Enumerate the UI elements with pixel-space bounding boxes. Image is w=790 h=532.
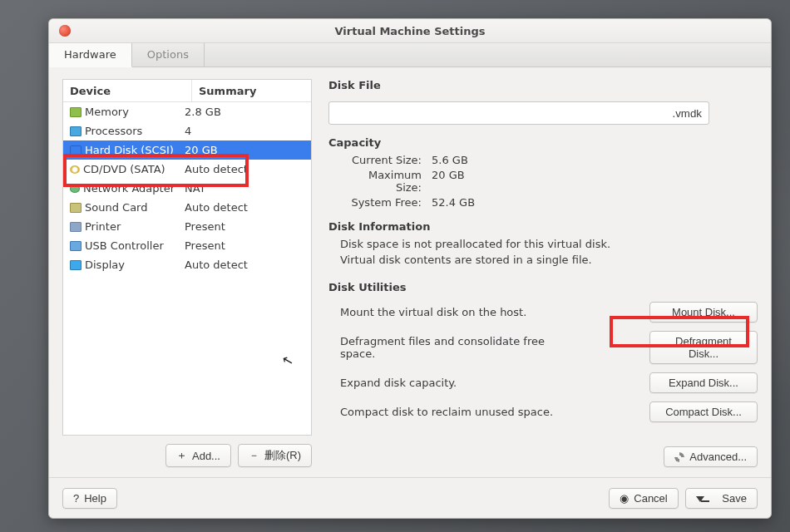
dialog-footer: ?Help ◉Cancel Save — [49, 477, 771, 518]
left-pane: Device Summary Memory2.8 GBProcessors4Ha… — [62, 79, 312, 467]
disk-info-label: Disk Information — [328, 220, 758, 233]
mount-desc: Mount the virtual disk on the host. — [340, 306, 526, 318]
col-header-device: Device — [63, 80, 192, 101]
add-device-label: Add... — [192, 450, 220, 462]
device-list-buttons: ＋Add... －删除(R) — [62, 444, 312, 467]
device-summary: Auto detect — [178, 163, 311, 175]
device-icon — [70, 241, 81, 251]
help-label: Help — [84, 492, 106, 505]
device-icon — [70, 260, 81, 270]
max-size-val: 20 GB — [432, 169, 523, 194]
device-summary: NAT — [178, 182, 311, 195]
disk-file-input[interactable] — [328, 101, 709, 125]
compact-disk-button[interactable]: Compact Disk... — [649, 401, 758, 422]
window-title: Virtual Machine Settings — [49, 25, 771, 37]
device-icon — [70, 165, 80, 174]
tab-options[interactable]: Options — [132, 43, 205, 66]
expand-disk-button[interactable]: Expand Disk... — [649, 372, 758, 393]
device-row-hard-disk-scsi-[interactable]: Hard Disk (SCSI)20 GB — [63, 140, 311, 160]
help-button[interactable]: ?Help — [62, 488, 117, 509]
device-row-processors[interactable]: Processors4 — [63, 121, 311, 140]
device-summary: 20 GB — [178, 144, 311, 156]
device-name: USB Controller — [85, 239, 164, 252]
device-name: CD/DVD (SATA) — [83, 163, 165, 175]
device-summary: 4 — [178, 125, 311, 137]
disk-utilities: Mount the virtual disk on the host. Moun… — [328, 302, 758, 431]
device-row-memory[interactable]: Memory2.8 GB — [63, 102, 311, 121]
help-icon: ? — [73, 492, 79, 505]
disk-info-lines: Disk space is not preallocated for this … — [340, 238, 758, 269]
device-icon — [70, 145, 81, 155]
device-summary: Auto detect — [178, 201, 311, 214]
device-name: Network Adapter — [83, 182, 175, 195]
device-row-network-adapter[interactable]: Network AdapterNAT — [63, 179, 311, 198]
disk-info-line2: Virtual disk contents are stored in a si… — [340, 254, 758, 266]
device-name: Memory — [85, 106, 129, 118]
add-device-button[interactable]: ＋Add... — [165, 444, 231, 467]
defragment-disk-button[interactable]: Defragment Disk... — [649, 331, 758, 364]
settings-dialog: Virtual Machine Settings Hardware Option… — [48, 18, 772, 519]
cancel-button[interactable]: ◉Cancel — [609, 488, 678, 509]
right-pane: Disk File Capacity Current Size: 5.6 GB … — [328, 79, 758, 467]
device-row-sound-card[interactable]: Sound CardAuto detect — [63, 198, 311, 217]
gear-icon — [674, 452, 684, 462]
disk-info-line1: Disk space is not preallocated for this … — [340, 238, 758, 250]
device-summary: Present — [178, 239, 311, 252]
remove-device-label: 删除(R) — [264, 448, 301, 463]
remove-device-button[interactable]: －删除(R) — [238, 444, 312, 467]
titlebar: Virtual Machine Settings — [49, 19, 771, 43]
current-size-key: Current Size: — [340, 154, 432, 166]
device-name: Printer — [85, 220, 121, 233]
device-icon — [70, 126, 81, 136]
device-list-headers: Device Summary — [63, 80, 311, 102]
defrag-desc: Defragment files and consolidate free sp… — [340, 335, 565, 360]
device-row-display[interactable]: DisplayAuto detect — [63, 255, 311, 274]
disk-file-label: Disk File — [328, 79, 758, 91]
device-summary: Present — [178, 220, 311, 233]
mount-disk-button[interactable]: Mount Disk... — [649, 302, 758, 323]
device-name: Display — [85, 259, 125, 271]
device-name: Sound Card — [85, 201, 147, 214]
device-row-printer[interactable]: PrinterPresent — [63, 217, 311, 236]
device-row-cd-dvd-sata-[interactable]: CD/DVD (SATA)Auto detect — [63, 160, 311, 179]
advanced-label: Advanced... — [689, 451, 747, 463]
save-label: Save — [722, 492, 747, 505]
tab-hardware[interactable]: Hardware — [49, 43, 132, 67]
capacity-label: Capacity — [328, 136, 758, 149]
disk-utilities-label: Disk Utilities — [328, 281, 758, 293]
cancel-label: Cancel — [634, 492, 667, 505]
plus-icon: ＋ — [176, 448, 187, 463]
device-name: Hard Disk (SCSI) — [85, 144, 174, 156]
system-free-val: 52.4 GB — [432, 196, 523, 209]
device-summary: Auto detect — [178, 259, 311, 271]
save-button[interactable]: Save — [685, 488, 758, 509]
device-row-usb-controller[interactable]: USB ControllerPresent — [63, 236, 311, 255]
device-icon — [70, 222, 81, 232]
device-summary: 2.8 GB — [178, 106, 311, 118]
compact-desc: Compact disk to reclaim unused space. — [340, 406, 553, 418]
device-icon — [70, 185, 80, 193]
device-name: Processors — [85, 125, 142, 137]
device-icon — [70, 107, 81, 117]
dialog-body: Device Summary Memory2.8 GBProcessors4Ha… — [49, 67, 771, 477]
mouse-cursor-icon: ↖ — [280, 352, 295, 370]
cancel-icon: ◉ — [620, 492, 629, 505]
col-header-summary: Summary — [192, 80, 311, 101]
expand-desc: Expand disk capacity. — [340, 377, 457, 389]
minus-icon: － — [249, 448, 259, 463]
max-size-key: Maximum Size: — [340, 169, 432, 194]
advanced-button[interactable]: Advanced... — [664, 446, 758, 467]
device-icon — [70, 203, 81, 213]
current-size-val: 5.6 GB — [432, 154, 523, 166]
tab-bar: Hardware Options — [49, 43, 771, 67]
system-free-key: System Free: — [340, 196, 432, 209]
device-list: Device Summary Memory2.8 GBProcessors4Ha… — [62, 79, 312, 436]
capacity-grid: Current Size: 5.6 GB Maximum Size: 20 GB… — [340, 154, 523, 209]
